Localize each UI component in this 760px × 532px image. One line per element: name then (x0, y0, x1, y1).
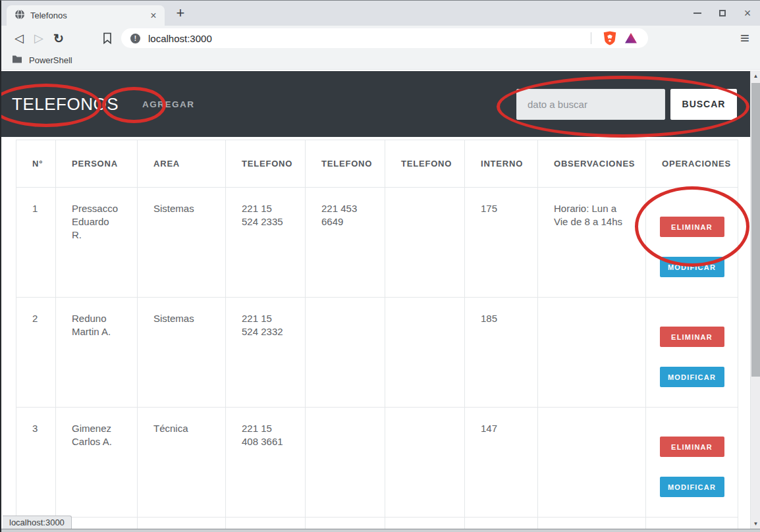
app-brand[interactable]: TELEFONOS (12, 94, 119, 115)
urlbar-divider (591, 32, 591, 44)
cell-numero: 2 (16, 298, 56, 408)
cell-persona: Pressacco Eduardo R. (56, 188, 138, 298)
scroll-down-icon[interactable]: ▼ (751, 518, 760, 529)
cell-area: Sistemas (138, 298, 226, 408)
cell-area: Sistemas (138, 188, 226, 298)
browser-window: Telefonos × + × ◁ ▷ ↻ ! localhost:3000 (0, 0, 760, 532)
column-header: OBSERVACIONES (538, 140, 646, 188)
table-row: 3 Gimenez Carlos A. Técnica 221 15 408 3… (16, 408, 738, 518)
column-header: TELEFONO (226, 140, 306, 188)
cell-telefono-1: 221 15 408 3661 (226, 408, 306, 518)
phones-table: N°PERSONAAREATELEFONOTELEFONOTELEFONOINT… (16, 140, 738, 532)
table-row: 1 Pressacco Eduardo R. Sistemas 221 15 5… (16, 188, 738, 298)
eliminar-button[interactable]: ELIMINAR (660, 217, 724, 237)
new-tab-button[interactable]: + (171, 5, 190, 23)
table-header-row: N°PERSONAAREATELEFONOTELEFONOTELEFONOINT… (16, 140, 738, 188)
modificar-button[interactable]: MODIFICAR (660, 257, 724, 277)
scroll-up-icon[interactable]: ▲ (751, 70, 760, 82)
close-button[interactable]: × (740, 6, 755, 20)
browser-tab[interactable]: Telefonos × (7, 5, 165, 26)
site-info-icon[interactable]: ! (130, 34, 140, 43)
column-header: N° (16, 140, 56, 188)
cell-telefono-2: 221 453 6649 (306, 188, 385, 298)
modificar-button[interactable]: MODIFICAR (660, 477, 724, 497)
modificar-button[interactable]: MODIFICAR (660, 367, 724, 387)
cell-numero: 1 (16, 188, 56, 298)
table-row: 2 Reduno Martin A. Sistemas 221 15 524 2… (16, 298, 738, 408)
app-navbar: TELEFONOS AGREGAR BUSCAR (1, 71, 750, 137)
tab-strip: Telefonos × + × (1, 1, 760, 26)
tab-title: Telefonos (30, 11, 148, 20)
cell-persona: Gimenez Carlos A. (56, 408, 138, 518)
minimize-button[interactable] (690, 6, 705, 20)
folder-icon (12, 54, 22, 66)
cell-operaciones: ELIMINAR MODIFICAR (646, 298, 738, 408)
forward-button-icon: ▷ (29, 31, 49, 45)
back-button-icon[interactable]: ◁ (9, 31, 29, 45)
eliminar-button[interactable]: ELIMINAR (660, 437, 724, 457)
cell-numero: 3 (16, 408, 56, 518)
cell-telefono-3 (385, 408, 465, 518)
buscar-button[interactable]: BUSCAR (670, 89, 737, 120)
page-scrollbar[interactable]: ▲ ▼ (750, 70, 760, 529)
maximize-button[interactable] (715, 6, 730, 20)
column-header: PERSONA (56, 140, 138, 188)
cell-telefono-3 (385, 188, 465, 298)
cell-observaciones (538, 298, 646, 408)
window-bottom-edge (1, 529, 760, 532)
cell-operaciones: ELIMINAR MODIFICAR (646, 188, 738, 298)
brave-shield-icon[interactable] (603, 31, 616, 45)
column-header: TELEFONO (306, 140, 385, 188)
cell-interno: 147 (465, 408, 538, 518)
bookmark-item-powershell[interactable]: PowerShell (29, 55, 72, 65)
bookmark-icon[interactable] (97, 32, 117, 44)
cell-telefono-2 (306, 408, 385, 518)
agregar-link[interactable]: AGREGAR (142, 99, 195, 109)
cell-observaciones: Horario: Lun a Vie de 8 a 14hs (538, 188, 646, 298)
column-header: INTERNO (465, 140, 538, 188)
cell-persona: Reduno Martin A. (56, 298, 138, 408)
bookmarks-bar: PowerShell (1, 51, 760, 70)
maximize-icon (719, 10, 726, 16)
window-controls: × (690, 5, 755, 22)
status-bar-url: localhost:3000 (3, 516, 72, 529)
tab-close-icon[interactable]: × (148, 11, 159, 21)
menu-icon[interactable]: ≡ (736, 29, 753, 47)
page-viewport: TELEFONOS AGREGAR BUSCAR N°PERSONAAREATE… (1, 71, 750, 532)
search-input[interactable] (516, 89, 665, 120)
cell-area: Técnica (138, 408, 226, 518)
cell-telefono-3 (385, 298, 465, 408)
cell-telefono-1: 221 15 524 2335 (226, 188, 306, 298)
cell-interno: 175 (465, 188, 538, 298)
reload-button-icon[interactable]: ↻ (49, 31, 68, 46)
cell-interno: 185 (465, 298, 538, 408)
scrollbar-thumb[interactable] (751, 83, 760, 377)
column-header: TELEFONO (385, 140, 465, 188)
eliminar-button[interactable]: ELIMINAR (660, 327, 724, 347)
globe-favicon-icon (14, 9, 25, 22)
url-bar[interactable]: ! localhost:3000 (121, 28, 648, 48)
browser-toolbar: ◁ ▷ ↻ ! localhost:3000 ≡ (1, 26, 760, 51)
cell-observaciones (538, 408, 646, 518)
cell-telefono-2 (306, 298, 385, 408)
cell-operaciones: ELIMINAR MODIFICAR (646, 408, 738, 518)
column-header: OPERACIONES (646, 140, 738, 188)
minimize-icon (693, 13, 701, 14)
cell-telefono-1: 221 15 524 2332 (226, 298, 306, 408)
bat-triangle-icon[interactable] (624, 32, 638, 44)
url-text[interactable]: localhost:3000 (148, 33, 583, 44)
column-header: AREA (138, 140, 226, 188)
